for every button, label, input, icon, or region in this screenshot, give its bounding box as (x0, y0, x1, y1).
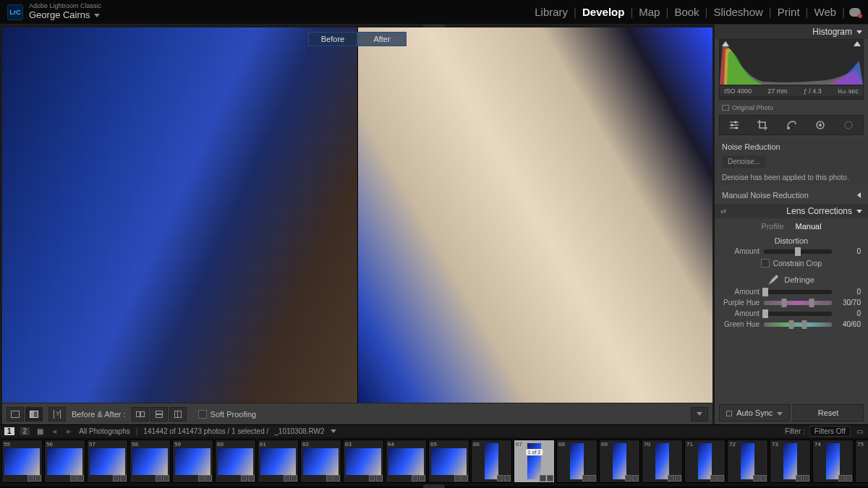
denoise-button[interactable]: Denoise... (722, 155, 766, 168)
purple-hue-value: 30/70 (836, 299, 861, 307)
monitor-1-button[interactable]: 1 (4, 427, 14, 435)
thumbnail[interactable]: 61 (258, 440, 299, 483)
filmstrip[interactable]: 555657585960616263646566671 of 268697071… (0, 437, 868, 487)
panel-grip-bottom[interactable] (423, 484, 445, 488)
thumbnail[interactable]: 59 (172, 440, 213, 483)
module-web[interactable]: Web (809, 6, 843, 18)
auto-sync-label: Auto Sync (736, 408, 773, 417)
module-slideshow[interactable]: Slideshow (707, 6, 768, 18)
mask-tool-icon[interactable] (814, 119, 826, 131)
module-print[interactable]: Print (772, 6, 806, 18)
manual-noise-reduction-header[interactable]: Manual Noise Reduction (715, 187, 868, 204)
thumbnail[interactable]: 66 (471, 440, 512, 483)
svg-point-4 (731, 124, 733, 127)
view-reference-button[interactable]: Y (48, 407, 66, 421)
toolbar-menu-button[interactable] (691, 407, 708, 421)
thumbnail[interactable]: 71 (684, 440, 726, 483)
thumbnail[interactable]: 74 (812, 440, 854, 483)
thumbnail[interactable]: 75 (855, 440, 868, 483)
svg-point-8 (819, 124, 822, 127)
soft-proofing-label: Soft Proofing (210, 410, 257, 419)
ba-split-button[interactable] (169, 407, 187, 421)
filter-lock-icon[interactable]: ▭ (855, 427, 864, 436)
constrain-crop-toggle[interactable]: Constrain Crop (715, 257, 868, 272)
defringe-amount1-slider[interactable] (764, 290, 832, 294)
monitor-2-button[interactable]: 2 (20, 427, 30, 435)
cloud-sync-icon[interactable] (849, 8, 861, 17)
view-beforeafter-button[interactable] (25, 407, 43, 421)
tab-manual[interactable]: Manual (796, 222, 822, 231)
lens-corrections-title: Lens Corrections (786, 206, 852, 216)
module-library[interactable]: Library (529, 6, 574, 18)
module-book[interactable]: Book (668, 6, 705, 18)
distortion-amount-slider[interactable] (764, 249, 832, 254)
clip-shadows-icon[interactable] (722, 41, 729, 46)
thumbnail[interactable]: 62 (300, 440, 341, 483)
rect-icon (722, 105, 729, 111)
auto-sync-button[interactable]: Auto Sync (719, 404, 790, 421)
defringe-amount2-label: Amount (722, 309, 760, 317)
preview-before (2, 27, 357, 403)
thumbnail[interactable]: 63 (343, 440, 384, 483)
original-photo-toggle[interactable]: Original Photo (715, 102, 868, 115)
svg-point-5 (735, 127, 737, 129)
identity-plate[interactable]: George Cairns (29, 10, 101, 20)
crop-tool-icon[interactable] (757, 119, 768, 131)
edit-tool-icon[interactable] (728, 119, 740, 131)
green-hue-slider[interactable] (764, 322, 832, 327)
thumbnail[interactable]: 70 (642, 440, 683, 483)
user-name: George Cairns (29, 10, 90, 20)
ba-topbottom-button[interactable] (150, 407, 168, 421)
split-divider (357, 27, 358, 403)
histogram-header[interactable]: Histogram (715, 25, 868, 39)
view-loupe-button[interactable] (7, 407, 24, 421)
redeye-tool-icon[interactable] (843, 119, 854, 131)
nav-fwd-icon[interactable]: ► (64, 427, 73, 436)
filter-preset-select[interactable]: Filters Off (809, 426, 851, 437)
thumbnail[interactable]: 64 (386, 440, 427, 483)
separator: | (136, 427, 138, 435)
thumbnail[interactable]: 73 (770, 440, 811, 483)
nav-back-icon[interactable]: ◄ (50, 427, 59, 436)
grid-view-icon[interactable]: ▦ (35, 427, 44, 436)
purple-hue-slider[interactable] (764, 301, 832, 305)
thumbnail[interactable]: 57 (87, 440, 128, 483)
purple-hue-label: Purple Hue (722, 299, 760, 307)
thumbnail[interactable]: 60 (215, 440, 256, 483)
thumbnail[interactable]: 55 (1, 440, 43, 483)
thumbnail[interactable]: 58 (129, 440, 171, 483)
thumbnail[interactable]: 65 (428, 440, 469, 483)
soft-proofing-toggle[interactable]: Soft Proofing (198, 410, 257, 419)
clip-highlights-icon[interactable] (854, 41, 861, 46)
thumbnail[interactable]: 671 of 2 (514, 440, 555, 483)
noise-reduction-title: Noise Reduction (722, 142, 861, 151)
thumbnail[interactable]: 69 (599, 440, 640, 483)
reset-button[interactable]: Reset (793, 404, 864, 421)
checkbox-icon (761, 259, 770, 267)
thumbnail[interactable]: 56 (44, 440, 85, 483)
defringe-amount1-label: Amount (722, 288, 760, 296)
preview-before-after[interactable]: Before After (2, 27, 712, 403)
defringe-amount1-value: 0 (836, 288, 861, 296)
green-hue-value: 40/60 (836, 320, 861, 328)
defringe-amount2-value: 0 (836, 309, 861, 317)
defringe-amount2-slider[interactable] (764, 312, 832, 316)
histogram[interactable]: ISO 4000 27 mm ƒ / 4.3 ¹⁄₆₀ sec (719, 39, 864, 100)
manual-noise-reduction-label: Manual Noise Reduction (722, 191, 809, 200)
histogram-title: Histogram (812, 27, 852, 37)
identity-menu-icon (94, 14, 100, 17)
collection-path[interactable]: All Photographs (79, 427, 130, 435)
chevron-down-icon[interactable] (331, 429, 336, 433)
thumbnail[interactable]: 68 (556, 440, 597, 483)
thumbnail[interactable]: 72 (727, 440, 768, 483)
distortion-amount-value: 0 (836, 247, 861, 255)
constrain-crop-label: Constrain Crop (773, 260, 822, 267)
healing-tool-icon[interactable] (786, 119, 797, 131)
ba-leftright-button[interactable] (132, 407, 149, 421)
collapse-icon (856, 210, 862, 213)
eyedropper-icon[interactable] (768, 275, 778, 285)
lens-corrections-header[interactable]: ⇄ Lens Corrections (715, 204, 868, 218)
module-develop[interactable]: Develop (576, 6, 630, 18)
module-map[interactable]: Map (633, 6, 665, 18)
tab-profile[interactable]: Profile (761, 222, 783, 231)
